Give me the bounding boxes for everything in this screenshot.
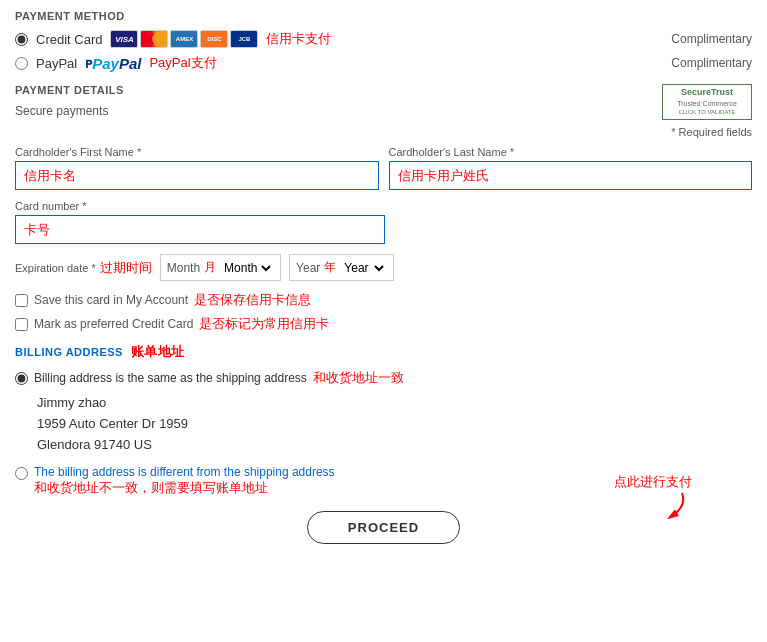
- proceed-area: 点此进行支付 PROCEED: [15, 511, 752, 544]
- same-address-chinese: 和收货地址一致: [313, 369, 404, 387]
- first-name-label: Cardholder's First Name *: [15, 146, 379, 158]
- month-wrapper: Month 月 Month 01020304 05060708 09101112: [160, 254, 281, 281]
- expiry-chinese: 过期时间: [100, 259, 152, 277]
- credit-card-complimentary: Complimentary: [671, 32, 752, 46]
- paypal-radio[interactable]: [15, 57, 28, 70]
- save-card-chinese: 是否保存信用卡信息: [194, 291, 311, 309]
- mastercard-icon: [140, 30, 168, 48]
- credit-card-row: Credit Card VISA AMEX DISC JCB 信用卡支付 Com…: [15, 30, 752, 48]
- card-number-group: Card number *: [15, 200, 385, 244]
- credit-card-label: Credit Card: [36, 32, 102, 47]
- month-label: Month: [167, 261, 200, 275]
- paypal-label: PayPal: [36, 56, 77, 71]
- securetrust-badge[interactable]: SecureTrust Trusted Commerce CLICK TO VA…: [662, 84, 752, 120]
- payment-details-header: PAYMENT DETAILS Secure payments SecureTr…: [15, 84, 752, 122]
- mark-preferred-label: Mark as preferred Credit Card: [34, 317, 193, 331]
- paypal-logo: ᴘ Pay Pal: [85, 55, 141, 72]
- expiry-label: Expiration date *: [15, 262, 96, 274]
- month-chinese: 月: [204, 259, 216, 276]
- year-label: Year: [296, 261, 320, 275]
- proceed-arrow-icon: [632, 491, 692, 521]
- card-number-label: Card number *: [15, 200, 385, 212]
- last-name-input[interactable]: [389, 161, 753, 190]
- different-address-chinese: 和收货地址不一致，则需要填写账单地址: [34, 479, 335, 497]
- save-card-checkbox[interactable]: [15, 294, 28, 307]
- securetrust-check: CLICK TO VALIDATE: [667, 109, 747, 117]
- billing-address-title: BILLING ADDRESS 账单地址: [15, 343, 752, 361]
- proceed-button[interactable]: PROCEED: [307, 511, 460, 544]
- card-number-input[interactable]: [15, 215, 385, 244]
- first-name-group: Cardholder's First Name *: [15, 146, 379, 190]
- visa-icon: VISA: [110, 30, 138, 48]
- proceed-chinese: 点此进行支付: [614, 473, 692, 491]
- payment-method-section: PAYMENT METHOD Credit Card VISA AMEX DIS…: [15, 10, 752, 72]
- credit-card-chinese: 信用卡支付: [266, 30, 331, 48]
- same-address-row: Billing address is the same as the shipp…: [15, 369, 752, 387]
- discover-icon: DISC: [200, 30, 228, 48]
- credit-card-radio[interactable]: [15, 33, 28, 46]
- svg-point-1: [152, 33, 164, 45]
- different-address-text: The billing address is different from th…: [34, 465, 335, 497]
- mark-preferred-checkbox[interactable]: [15, 318, 28, 331]
- paypal-complimentary: Complimentary: [671, 56, 752, 70]
- first-name-input[interactable]: [15, 161, 379, 190]
- credit-card-left: Credit Card VISA AMEX DISC JCB 信用卡支付: [15, 30, 331, 48]
- year-chinese: 年: [324, 259, 336, 276]
- address-line1: 1959 Auto Center Dr 1959: [37, 414, 752, 435]
- name-row: Cardholder's First Name * Cardholder's L…: [15, 146, 752, 190]
- year-wrapper: Year 年 Year 2024202520262027 20282029203…: [289, 254, 394, 281]
- year-select[interactable]: Year 2024202520262027 202820292030: [340, 260, 387, 276]
- amex-icon: AMEX: [170, 30, 198, 48]
- address-line2: Glendora 91740 US: [37, 435, 752, 456]
- securetrust-title: SecureTrust: [667, 87, 747, 99]
- different-address-radio[interactable]: [15, 467, 28, 480]
- address-block: Jimmy zhao 1959 Auto Center Dr 1959 Glen…: [37, 393, 752, 455]
- proceed-annotation: 点此进行支付: [614, 473, 692, 521]
- paypal-left: PayPal ᴘ Pay Pal PayPal支付: [15, 54, 217, 72]
- different-address-label: The billing address is different from th…: [34, 465, 335, 479]
- card-icons: VISA AMEX DISC JCB: [110, 30, 258, 48]
- same-address-radio[interactable]: [15, 372, 28, 385]
- month-select[interactable]: Month 01020304 05060708 09101112: [220, 260, 274, 276]
- required-note: * Required fields: [15, 126, 752, 138]
- billing-address-chinese: 账单地址: [131, 344, 185, 359]
- securetrust-sub: Trusted Commerce: [667, 99, 747, 108]
- same-address-label: Billing address is the same as the shipp…: [34, 371, 307, 385]
- expiry-selects: Month 月 Month 01020304 05060708 09101112…: [160, 254, 395, 281]
- paypal-chinese: PayPal支付: [149, 54, 216, 72]
- card-number-row: Card number *: [15, 200, 752, 244]
- mark-preferred-row: Mark as preferred Credit Card 是否标记为常用信用卡: [15, 315, 752, 333]
- last-name-group: Cardholder's Last Name *: [389, 146, 753, 190]
- payment-method-title: PAYMENT METHOD: [15, 10, 752, 22]
- last-name-label: Cardholder's Last Name *: [389, 146, 753, 158]
- payment-details-left: PAYMENT DETAILS Secure payments: [15, 84, 124, 122]
- mark-preferred-chinese: 是否标记为常用信用卡: [199, 315, 329, 333]
- payment-details-title: PAYMENT DETAILS: [15, 84, 124, 96]
- save-card-label: Save this card in My Account: [34, 293, 188, 307]
- expiry-row: Expiration date * 过期时间 Month 月 Month 010…: [15, 254, 752, 281]
- secure-payments-text: Secure payments: [15, 104, 124, 118]
- paypal-row: PayPal ᴘ Pay Pal PayPal支付 Complimentary: [15, 54, 752, 72]
- address-name: Jimmy zhao: [37, 393, 752, 414]
- save-card-row: Save this card in My Account 是否保存信用卡信息: [15, 291, 752, 309]
- jcb-icon: JCB: [230, 30, 258, 48]
